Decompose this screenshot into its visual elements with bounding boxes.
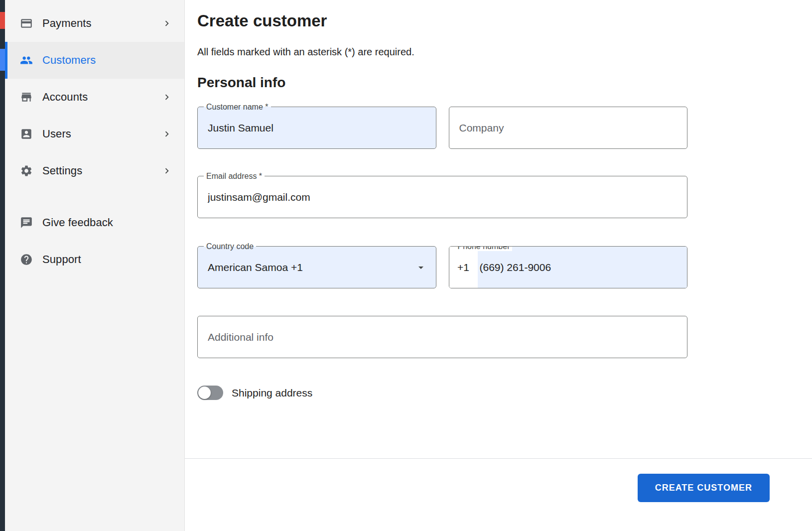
sidebar-item-label: Give feedback xyxy=(42,216,113,229)
sidebar-item-label: Support xyxy=(42,253,81,266)
chevron-right-icon xyxy=(161,165,172,176)
form-row-country-phone: Country code American Samoa +1 Phone num… xyxy=(197,246,687,288)
company-input[interactable] xyxy=(449,107,687,148)
page-title: Create customer xyxy=(197,11,812,31)
sidebar-item-payments[interactable]: Payments xyxy=(5,5,184,42)
sidebar-item-customers[interactable]: Customers xyxy=(5,42,184,79)
card-icon xyxy=(20,17,33,30)
email-label: Email address * xyxy=(204,171,265,181)
people-icon xyxy=(20,54,33,67)
sidebar-item-label: Accounts xyxy=(42,91,88,104)
additional-info-input[interactable] xyxy=(198,316,687,358)
sidebar-item-support[interactable]: Support xyxy=(5,241,184,278)
sidebar-item-users[interactable]: Users xyxy=(5,116,184,152)
sidebar-item-label: Users xyxy=(42,128,71,140)
main-content: Create customer All fields marked with a… xyxy=(185,0,812,531)
customer-name-input[interactable] xyxy=(198,107,436,148)
sidebar-item-label: Settings xyxy=(42,164,82,177)
sidebar: Payments Customers Accounts Users xyxy=(5,0,185,531)
sidebar-item-give-feedback[interactable]: Give feedback xyxy=(5,204,184,241)
required-note: All fields marked with an asterisk (*) a… xyxy=(197,46,812,58)
help-icon xyxy=(20,253,33,266)
footer-bar: CREATE CUSTOMER xyxy=(197,459,812,531)
chevron-right-icon xyxy=(161,92,172,103)
company-field[interactable] xyxy=(449,107,688,149)
create-customer-button[interactable]: CREATE CUSTOMER xyxy=(638,474,770,502)
sidebar-bottom-group: Give feedback Support xyxy=(5,204,184,278)
sidebar-item-accounts[interactable]: Accounts xyxy=(5,79,184,116)
toggle-thumb-icon xyxy=(198,387,211,399)
phone-number-label: Phone number xyxy=(455,246,513,251)
user-badge-icon xyxy=(20,128,33,140)
customer-name-field[interactable]: Customer name * xyxy=(197,107,436,149)
edge-red-fragment xyxy=(0,12,5,29)
form-row-additional-info xyxy=(197,316,687,358)
form-row-name-company: Customer name * xyxy=(197,107,687,149)
phone-number-input[interactable] xyxy=(478,247,687,288)
shipping-address-toggle[interactable] xyxy=(197,386,223,400)
email-input[interactable] xyxy=(198,176,687,218)
sidebar-item-label: Payments xyxy=(42,17,92,30)
sidebar-item-settings[interactable]: Settings xyxy=(5,152,184,189)
shipping-address-row: Shipping address xyxy=(197,386,812,400)
sidebar-nav: Payments Customers Accounts Users xyxy=(5,5,184,278)
window-edge xyxy=(0,0,5,531)
section-title-personal-info: Personal info xyxy=(197,74,812,91)
customer-name-label: Customer name * xyxy=(204,102,271,112)
dropdown-arrow-icon xyxy=(415,262,427,273)
sidebar-item-label: Customers xyxy=(42,54,96,67)
store-icon xyxy=(20,91,33,104)
edge-blue-fragment xyxy=(0,49,5,71)
form-row-email: Email address * xyxy=(197,176,687,218)
additional-info-field[interactable] xyxy=(197,316,687,358)
country-code-label: Country code xyxy=(204,242,256,251)
country-code-value: American Samoa +1 xyxy=(198,247,436,288)
chevron-right-icon xyxy=(161,18,172,29)
phone-prefix: +1 xyxy=(449,247,478,288)
feedback-icon xyxy=(20,216,33,229)
phone-number-field[interactable]: Phone number +1 xyxy=(449,246,688,288)
country-code-select[interactable]: Country code American Samoa +1 xyxy=(197,246,436,288)
chevron-right-icon xyxy=(161,129,172,139)
shipping-address-label: Shipping address xyxy=(232,387,312,399)
email-field[interactable]: Email address * xyxy=(197,176,687,218)
gear-icon xyxy=(20,164,33,177)
